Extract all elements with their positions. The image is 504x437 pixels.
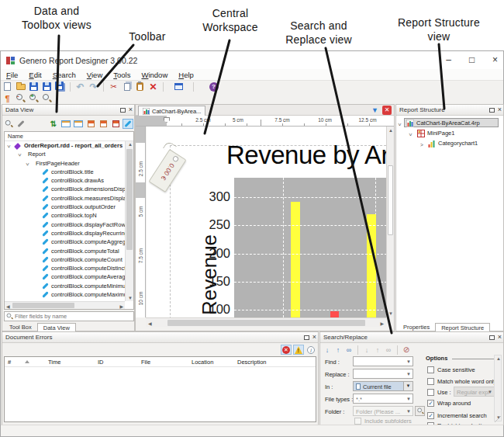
formatting-marks-icon[interactable]: ¶: [2, 93, 13, 104]
dropdown-icon[interactable]: ▼: [403, 382, 413, 390]
replace-all-icon[interactable]: ∞: [384, 345, 393, 355]
scroll-down-icon[interactable]: ▼: [388, 311, 393, 316]
replace-combobox[interactable]: ▼: [353, 369, 413, 379]
help-icon[interactable]: ?: [208, 82, 219, 92]
tree-vertical-scrollbar[interactable]: ▲ ▼: [125, 141, 133, 301]
case-sensitive-checkbox[interactable]: [427, 366, 434, 373]
sort-icon[interactable]: ⇅: [48, 119, 59, 129]
float-panel-icon[interactable]: [304, 335, 309, 340]
zoom-in-icon[interactable]: +: [28, 93, 40, 104]
stop-icon[interactable]: ⊘: [402, 345, 411, 355]
scroll-up-icon[interactable]: ▲: [388, 128, 393, 133]
tree-item[interactable]: controlBlock.computeMinimum: [5, 282, 133, 290]
info-filter-icon[interactable]: i: [306, 345, 316, 355]
tree-item[interactable]: controlBlock.displayFactRows: [5, 220, 133, 229]
incremental-search-checkbox[interactable]: [427, 412, 434, 419]
column-number[interactable]: #: [8, 359, 11, 366]
column-id[interactable]: ID: [98, 359, 104, 366]
warnings-filter-icon[interactable]: [293, 345, 304, 355]
use-checkbox[interactable]: [427, 389, 434, 396]
edit-pencil-active-icon[interactable]: [123, 119, 133, 129]
report-page-canvas[interactable]: 0.00 € Revenue by Ar Revenue 300 250 200…: [147, 127, 387, 317]
menu-view[interactable]: View: [81, 71, 108, 79]
filter-field[interactable]: [4, 311, 134, 321]
save-as-icon[interactable]: [41, 82, 53, 92]
redo-icon[interactable]: ↷: [88, 82, 99, 92]
find-next-icon[interactable]: ↓: [323, 345, 332, 355]
tree-item[interactable]: controlBlock.drawAs: [5, 176, 133, 185]
scroll-up-icon[interactable]: ▲: [128, 142, 133, 147]
menu-edit[interactable]: Edit: [23, 71, 47, 79]
tree-item-categorychart[interactable]: > Categorychart1: [396, 138, 503, 148]
tree-item[interactable]: > FirstPageHeader: [5, 159, 133, 168]
scroll-right-icon[interactable]: ▶: [380, 321, 384, 326]
header-style-2-icon[interactable]: [98, 119, 109, 129]
tree-item[interactable]: controlBlock.computeAggregate: [5, 238, 133, 246]
menu-window[interactable]: Window: [136, 71, 173, 79]
canvas-horizontal-scrollbar[interactable]: ◀ ▶: [146, 317, 386, 327]
chevron-down-icon[interactable]: >: [395, 123, 405, 127]
sort-ascending-icon[interactable]: [25, 360, 29, 363]
tree-item[interactable]: controlBlock.outputOrder: [5, 203, 133, 211]
tree-item[interactable]: controlBlock.computeDistinctCo: [5, 264, 133, 272]
scroll-left-icon[interactable]: ◀: [6, 303, 10, 309]
find-combobox[interactable]: ▼: [353, 356, 413, 366]
undo-icon[interactable]: ↶: [74, 82, 86, 92]
cut-icon[interactable]: ✂: [108, 82, 119, 92]
menu-file[interactable]: File: [1, 71, 23, 79]
close-panel-icon[interactable]: ×: [498, 106, 502, 113]
scroll-up-icon[interactable]: ▲: [496, 356, 501, 361]
filter-input[interactable]: [15, 313, 133, 320]
menu-tools[interactable]: Tools: [108, 71, 136, 79]
wrap-around-checkbox[interactable]: [427, 400, 434, 407]
tree-horizontal-scrollbar[interactable]: ◀ ▶: [5, 301, 125, 309]
bar-yellow-1[interactable]: [291, 202, 300, 317]
menu-search[interactable]: Search: [47, 71, 81, 79]
chevron-down-icon[interactable]: >: [22, 162, 31, 165]
chevron-right-icon[interactable]: >: [420, 140, 423, 150]
close-panel-icon[interactable]: ×: [498, 334, 502, 341]
zoom-icon[interactable]: [41, 93, 53, 104]
tree-item[interactable]: controlBlock.measuresDisplaySel: [5, 194, 133, 203]
chart-title[interactable]: Revenue by Ar: [226, 140, 387, 170]
scroll-right-icon[interactable]: ▶: [119, 303, 123, 309]
tree-item[interactable]: controlBlock.computeTotal: [5, 247, 133, 255]
tree-item-root[interactable]: > OrderReport.rdd - report_all_orders: [5, 141, 133, 150]
preview-icon[interactable]: [173, 82, 185, 92]
bar-yellow-2[interactable]: [367, 214, 376, 317]
replace-next-icon[interactable]: ↓: [362, 345, 371, 355]
save-all-icon[interactable]: [54, 82, 66, 92]
tree-item[interactable]: controlBlock.title: [5, 168, 133, 176]
close-document-icon[interactable]: ✕: [382, 106, 392, 115]
open-icon[interactable]: [15, 82, 26, 92]
close-panel-icon[interactable]: ×: [129, 106, 133, 113]
float-panel-icon[interactable]: [120, 108, 126, 113]
column-description[interactable]: Description: [237, 359, 267, 366]
table-view-alt-icon[interactable]: [73, 119, 84, 129]
chevron-down-icon[interactable]: >: [15, 154, 23, 157]
column-location[interactable]: Location: [192, 359, 213, 366]
canvas-vertical-scrollbar[interactable]: ▲ ▼: [386, 127, 394, 317]
tree-column-header[interactable]: Name: [5, 132, 133, 141]
new-document-icon[interactable]: [2, 82, 13, 92]
column-file[interactable]: File: [141, 359, 150, 366]
document-tab[interactable]: CatChart-ByArea...: [138, 106, 205, 116]
header-style-3-icon[interactable]: [110, 119, 121, 129]
zoom-out-icon[interactable]: -: [15, 93, 26, 104]
close-panel-icon[interactable]: ×: [312, 334, 316, 341]
float-panel-icon[interactable]: [489, 108, 495, 113]
maximize-icon[interactable]: □: [461, 51, 483, 68]
header-style-1-icon[interactable]: [85, 119, 96, 129]
chevron-down-icon[interactable]: >: [4, 145, 12, 148]
tree-item[interactable]: controlBlock.displayRecurringVal: [5, 229, 133, 238]
minimize-icon[interactable]: –: [437, 51, 460, 68]
chart-plot[interactable]: [234, 178, 387, 317]
tree-item[interactable]: controlBlock.computeMaximum: [5, 290, 133, 299]
edit-icon[interactable]: [16, 119, 26, 129]
errors-filter-icon[interactable]: ✕: [281, 345, 292, 355]
tree-item-report-file[interactable]: > CatChart-ByAreaCat.4rp: [396, 118, 503, 128]
find-icon[interactable]: ∞: [344, 345, 354, 355]
panel-vertical-scrollbar[interactable]: ▲ ▼: [494, 355, 502, 421]
include-subfolders-checkbox[interactable]: [354, 418, 361, 425]
table-view-icon[interactable]: [60, 119, 71, 129]
